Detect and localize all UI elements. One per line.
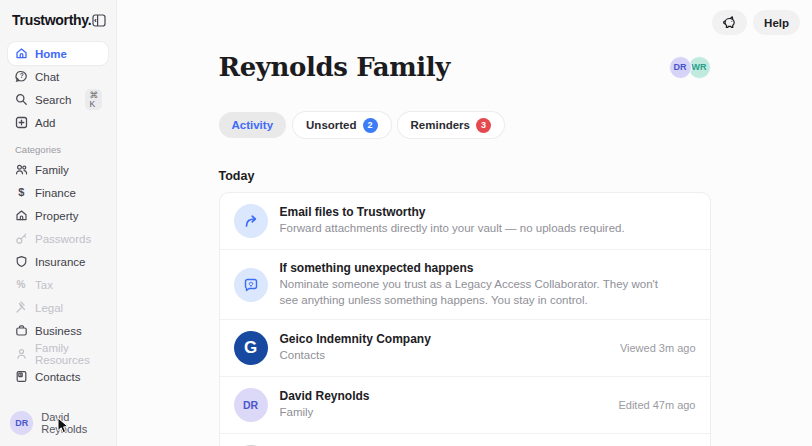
avatar: DR [234,388,268,422]
property-icon [15,209,28,222]
key-icon [15,232,28,245]
svg-text:?: ? [20,72,24,79]
sidebar-item-tax[interactable]: % Tax [8,273,108,296]
family-icon [15,163,28,176]
item-description: Nominate someone you trust as a Legacy A… [280,277,675,308]
tab-label: Unsorted [306,119,356,131]
sidebar-item-label: Search [35,94,71,106]
search-icon [15,93,28,106]
add-icon [15,116,28,129]
item-title: Geico Indemnity Company [280,332,608,346]
shield-icon [15,255,28,268]
item-category: Family [280,405,607,421]
activity-list: Email files to Trustworthy Forward attac… [219,192,711,446]
sidebar-item-contacts[interactable]: A Contacts [8,365,108,388]
search-shortcut-badge: ⌘ K [85,89,102,110]
tab-reminders[interactable]: Reminders 3 [398,112,504,138]
address-book-icon: A [15,370,28,383]
categories-label: Categories [15,144,108,155]
user-menu[interactable]: DR David Reynolds [10,411,116,435]
unsorted-count-badge: 2 [363,118,378,133]
item-timestamp: Viewed 3m ago [620,342,696,354]
sidebar-item-insurance[interactable]: Insurance [8,250,108,273]
list-item[interactable]: Email files to Trustworthy Forward attac… [220,193,710,249]
collapse-sidebar-icon[interactable] [91,13,106,28]
sidebar-item-label: Insurance [35,256,86,268]
item-description: Forward attachments directly into your v… [280,221,675,237]
sidebar-item-add[interactable]: Add [8,111,108,134]
list-item[interactable]: If something unexpected happens Nominate… [220,249,710,319]
sidebar-item-family-resources[interactable]: Family Resources [8,342,108,365]
avatar: DR [669,56,692,79]
finance-icon: $ [15,186,28,199]
svg-text:$: $ [18,186,24,198]
sidebar-item-label: Add [35,117,55,129]
reminders-count-badge: 3 [476,118,491,133]
geico-logo: G [234,331,268,365]
tab-bar: Activity Unsorted 2 Reminders 3 [219,112,711,138]
item-title: If something unexpected happens [280,261,696,275]
list-item[interactable]: DR David Reynolds Family Edited 47m ago [220,376,710,433]
sidebar-item-home[interactable]: Home [8,42,108,65]
sidebar-item-label: Property [35,210,78,222]
forward-arrow-icon [234,204,268,238]
sidebar-item-label: Family [35,164,69,176]
tab-label: Reminders [411,119,470,131]
item-category: Contacts [280,348,608,364]
tab-label: Activity [232,119,274,131]
sidebar-nav: Home ? Chat Search ⌘ K Add Categories [8,42,108,388]
page-title: Reynolds Family [219,52,451,82]
sidebar-item-chat[interactable]: ? Chat [8,65,108,88]
section-label-today: Today [219,169,711,183]
user-name: David Reynolds [41,411,116,435]
sidebar-item-property[interactable]: Property [8,204,108,227]
sidebar-item-family[interactable]: Family [8,158,108,181]
family-avatars[interactable]: DR WR [669,56,711,79]
sidebar-item-label: Finance [35,187,76,199]
sidebar-item-label: Chat [35,71,59,83]
sidebar-item-label: Business [35,325,82,337]
sidebar-item-legal[interactable]: Legal [8,296,108,319]
sidebar: Trustworthy. Home ? Chat [0,0,117,446]
item-title: Email files to Trustworthy [280,205,696,219]
svg-text:%: % [17,279,26,290]
chat-icon: ? [15,70,28,83]
sidebar-item-label: Home [35,48,67,60]
home-icon [15,47,28,60]
list-item[interactable]: G Geico Indemnity Company Contacts Viewe… [220,319,710,376]
sidebar-item-label: Tax [35,279,53,291]
item-title: David Reynolds [280,389,607,403]
sidebar-item-passwords[interactable]: Passwords [8,227,108,250]
tab-activity[interactable]: Activity [219,112,287,138]
percent-icon: % [15,278,28,291]
sidebar-item-label: Legal [35,302,63,314]
sidebar-item-label: Family Resources [35,342,101,366]
main-content: Reynolds Family DR WR Activity Unsorted … [117,0,812,446]
gavel-icon [15,301,28,314]
sidebar-item-finance[interactable]: $ Finance [8,181,108,204]
sidebar-item-label: Contacts [35,371,80,383]
avatar: DR [10,411,33,435]
briefcase-icon [15,324,28,337]
sidebar-item-search[interactable]: Search ⌘ K [8,88,108,111]
sidebar-item-label: Passwords [35,233,91,245]
message-heart-icon [234,268,268,302]
person-badge-icon [15,347,28,360]
app-logo: Trustworthy. [12,12,91,28]
list-item[interactable]: David Ryan Reynolds's Birth Certificate … [220,433,710,446]
sidebar-item-business[interactable]: Business [8,319,108,342]
item-timestamp: Edited 47m ago [618,399,695,411]
tab-unsorted[interactable]: Unsorted 2 [293,112,390,138]
